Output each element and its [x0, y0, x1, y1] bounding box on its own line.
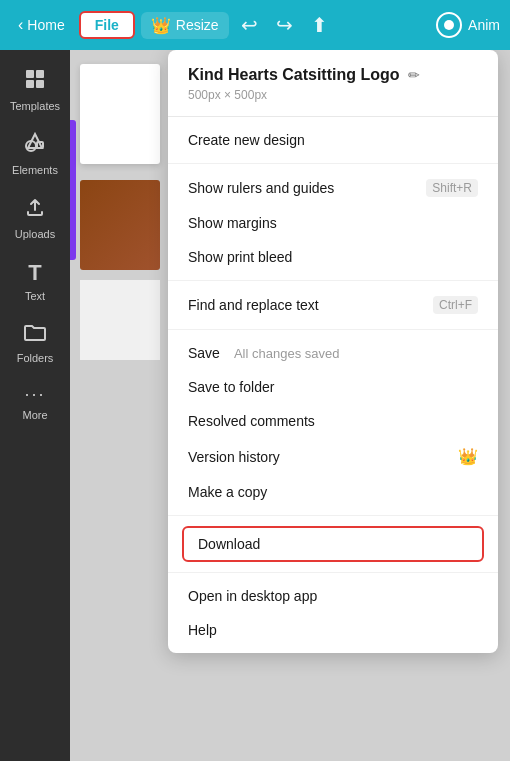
menu-item-save[interactable]: Save All changes saved	[168, 336, 498, 370]
crown-icon: 👑	[151, 16, 171, 35]
more-icon: ···	[24, 384, 45, 405]
make-copy-label: Make a copy	[188, 484, 267, 500]
animate-icon	[436, 12, 462, 38]
menu-item-create-new-design[interactable]: Create new design	[168, 123, 498, 157]
redo-button[interactable]: ↪	[270, 9, 299, 41]
menu-section-desktop: Open in desktop app Help	[168, 573, 498, 653]
resize-label: Resize	[176, 17, 219, 33]
uploads-icon	[24, 196, 46, 224]
svg-rect-2	[26, 80, 34, 88]
animate-section: Anim	[426, 0, 510, 50]
svg-rect-1	[36, 70, 44, 78]
file-button[interactable]: File	[79, 11, 135, 39]
more-label: More	[22, 409, 47, 421]
show-rulers-shortcut: Shift+R	[426, 179, 478, 197]
show-margins-label: Show margins	[188, 215, 277, 231]
menu-item-show-print-bleed[interactable]: Show print bleed	[168, 240, 498, 274]
find-replace-shortcut: Ctrl+F	[433, 296, 478, 314]
file-menu-title: Kind Hearts Catsitting Logo	[188, 66, 400, 84]
elements-icon	[24, 132, 46, 160]
sidebar-item-folders[interactable]: Folders	[4, 314, 66, 372]
folders-icon	[24, 322, 46, 348]
svg-rect-0	[26, 70, 34, 78]
text-icon: T	[28, 260, 41, 286]
upload-button[interactable]: ⬆	[305, 9, 334, 41]
sidebar-item-templates[interactable]: Templates	[4, 60, 66, 120]
canvas-thumb-1	[80, 64, 160, 164]
save-label: Save	[188, 345, 220, 361]
resize-button[interactable]: 👑 Resize	[141, 12, 229, 39]
open-desktop-label: Open in desktop app	[188, 588, 317, 604]
canvas-area: Kind Hearts Catsitting Logo ✏ 500px × 50…	[70, 50, 510, 761]
menu-item-version-history[interactable]: Version history 👑	[168, 438, 498, 475]
menu-item-open-desktop[interactable]: Open in desktop app	[168, 579, 498, 613]
home-label: Home	[27, 17, 64, 33]
templates-label: Templates	[10, 100, 60, 112]
topbar: ‹ Home File 👑 Resize ↩ ↪ ⬆ Anim	[0, 0, 510, 50]
sidebar: Templates Elements Uploads T	[0, 50, 70, 761]
menu-item-find-replace[interactable]: Find and replace text Ctrl+F	[168, 287, 498, 323]
edit-title-icon[interactable]: ✏	[408, 67, 420, 83]
main-layout: Templates Elements Uploads T	[0, 50, 510, 761]
menu-item-save-to-folder[interactable]: Save to folder	[168, 370, 498, 404]
canvas-thumb-3	[80, 280, 160, 360]
elements-label: Elements	[12, 164, 58, 176]
sidebar-item-more[interactable]: ··· More	[4, 376, 66, 429]
find-replace-label: Find and replace text	[188, 297, 319, 313]
download-label: Download	[198, 536, 260, 552]
show-print-bleed-label: Show print bleed	[188, 249, 292, 265]
uploads-label: Uploads	[15, 228, 55, 240]
menu-section-create: Create new design	[168, 117, 498, 164]
undo-button[interactable]: ↩	[235, 9, 264, 41]
anim-label: Anim	[468, 17, 500, 33]
chevron-left-icon: ‹	[18, 16, 23, 34]
menu-item-download[interactable]: Download	[182, 526, 484, 562]
save-status: All changes saved	[234, 346, 340, 361]
menu-section-find: Find and replace text Ctrl+F	[168, 281, 498, 330]
menu-item-make-copy[interactable]: Make a copy	[168, 475, 498, 509]
sidebar-item-text[interactable]: T Text	[4, 252, 66, 310]
save-to-folder-label: Save to folder	[188, 379, 274, 395]
sidebar-item-elements[interactable]: Elements	[4, 124, 66, 184]
version-history-label: Version history	[188, 449, 280, 465]
help-label: Help	[188, 622, 217, 638]
file-menu-panel: Kind Hearts Catsitting Logo ✏ 500px × 50…	[168, 50, 498, 653]
menu-section-view: Show rulers and guides Shift+R Show marg…	[168, 164, 498, 281]
sidebar-item-uploads[interactable]: Uploads	[4, 188, 66, 248]
menu-section-download: Download	[168, 516, 498, 573]
menu-item-help[interactable]: Help	[168, 613, 498, 647]
canvas-indicator	[70, 120, 76, 260]
menu-section-save: Save All changes saved Save to folder Re…	[168, 330, 498, 516]
menu-item-show-margins[interactable]: Show margins	[168, 206, 498, 240]
home-button[interactable]: ‹ Home	[10, 12, 73, 38]
version-history-crown-icon: 👑	[458, 447, 478, 466]
show-rulers-label: Show rulers and guides	[188, 180, 334, 196]
create-new-design-label: Create new design	[188, 132, 305, 148]
folders-label: Folders	[17, 352, 54, 364]
svg-rect-3	[36, 80, 44, 88]
canvas-thumb-2	[80, 180, 160, 270]
file-menu-size: 500px × 500px	[188, 88, 478, 112]
menu-item-show-rulers[interactable]: Show rulers and guides Shift+R	[168, 170, 498, 206]
resolved-comments-label: Resolved comments	[188, 413, 315, 429]
templates-icon	[24, 68, 46, 96]
menu-item-resolved-comments[interactable]: Resolved comments	[168, 404, 498, 438]
text-label: Text	[25, 290, 45, 302]
file-menu-header: Kind Hearts Catsitting Logo ✏ 500px × 50…	[168, 50, 498, 117]
